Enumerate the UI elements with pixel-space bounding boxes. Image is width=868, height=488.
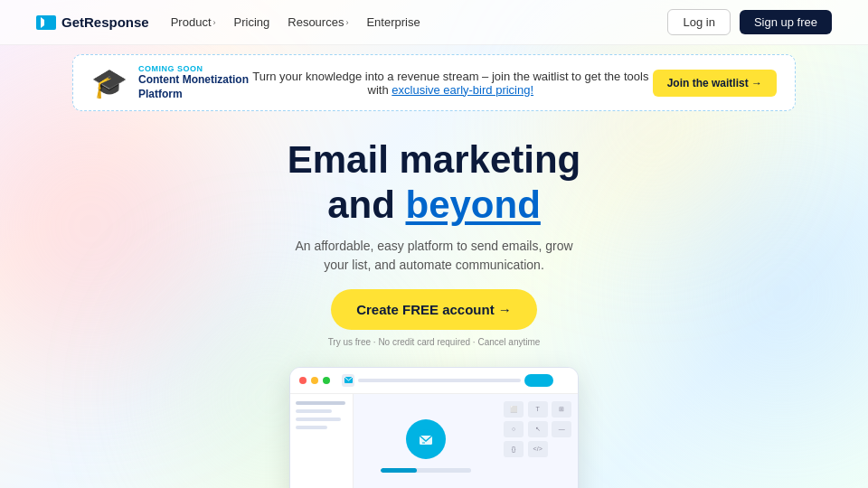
tool-dash: — (552, 421, 571, 437)
tool-code1: {} (504, 441, 524, 457)
coming-soon-label: COMING SOON (138, 64, 249, 73)
app-titlebar (290, 368, 578, 394)
chevron-icon: › (213, 18, 216, 27)
banner-emoji: 🎓 (91, 69, 127, 98)
nav-left: GetResponse Product › Pricing Resources … (36, 14, 420, 30)
login-button[interactable]: Log in (667, 9, 730, 35)
announcement-banner: 🎓 COMING SOON Content MonetizationPlatfo… (72, 54, 796, 111)
tool-cursor: ↖ (528, 421, 548, 437)
banner-text: Turn your knowledge into a revenue strea… (249, 70, 653, 97)
cta-button[interactable]: Create FREE account → (331, 289, 537, 330)
sidebar-line-3 (296, 418, 341, 421)
sidebar-line-4 (296, 426, 327, 429)
app-body: ⬜ T ⊞ ○ ↖ — {} </> (290, 394, 578, 488)
nav-item-pricing[interactable]: Pricing (234, 15, 270, 29)
window-close-dot (299, 377, 307, 384)
nav-menu: Product › Pricing Resources › Enterprise (171, 15, 420, 29)
banner-badge: COMING SOON Content MonetizationPlatform (138, 64, 249, 101)
tool-cols: ⊞ (552, 401, 571, 418)
app-action-btn (524, 374, 553, 387)
nav-item-product[interactable]: Product › (171, 15, 216, 29)
hero-title: Email marketing and beyond (18, 138, 850, 228)
banner-title: Content MonetizationPlatform (138, 73, 249, 101)
nav-item-enterprise[interactable]: Enterprise (366, 15, 420, 29)
window-maximize-dot (323, 377, 330, 384)
logo-text: GetResponse (61, 14, 149, 30)
signup-button[interactable]: Sign up free (740, 10, 832, 34)
app-left-panel (290, 394, 354, 488)
hero-section: Email marketing and beyond An affordable… (0, 120, 868, 356)
cta-note: Try us free · No credit card required · … (18, 337, 850, 347)
app-top-bar (342, 374, 553, 387)
app-progress-line (358, 379, 521, 382)
waitlist-button[interactable]: Join the waitlist → (653, 70, 777, 97)
logo[interactable]: GetResponse (36, 14, 149, 30)
progress-bar (381, 468, 471, 473)
app-preview: ⬜ T ⊞ ○ ↖ — {} </> (289, 367, 579, 488)
app-canvas (354, 394, 498, 488)
tool-code2: </> (528, 441, 548, 457)
sidebar-line-2 (296, 409, 332, 413)
app-mail-icon (342, 374, 354, 387)
app-right-toolbar: ⬜ T ⊞ ○ ↖ — {} </> (498, 394, 578, 488)
chevron-icon-2: › (345, 18, 348, 27)
banner-left: 🎓 COMING SOON Content MonetizationPlatfo… (91, 64, 249, 101)
hero-title-line1: Email marketing (18, 138, 850, 182)
nav-item-resources[interactable]: Resources › (288, 15, 348, 29)
hero-subtitle: An affordable, easy platform to send ema… (289, 237, 579, 275)
email-icon-big (406, 419, 446, 459)
progress-bar-fill (381, 468, 417, 473)
tool-image: ⬜ (504, 401, 524, 418)
nav-right: Log in Sign up free (667, 9, 832, 35)
window-minimize-dot (311, 377, 318, 384)
logo-icon (36, 15, 56, 30)
early-bird-link[interactable]: exclusive early-bird pricing! (392, 83, 533, 97)
tool-circle: ○ (504, 421, 524, 437)
hero-title-beyond: beyond (406, 183, 541, 226)
navbar: GetResponse Product › Pricing Resources … (0, 0, 868, 45)
hero-title-line2: and beyond (18, 183, 850, 227)
tool-text: T (528, 401, 548, 418)
sidebar-line-1 (296, 401, 345, 405)
